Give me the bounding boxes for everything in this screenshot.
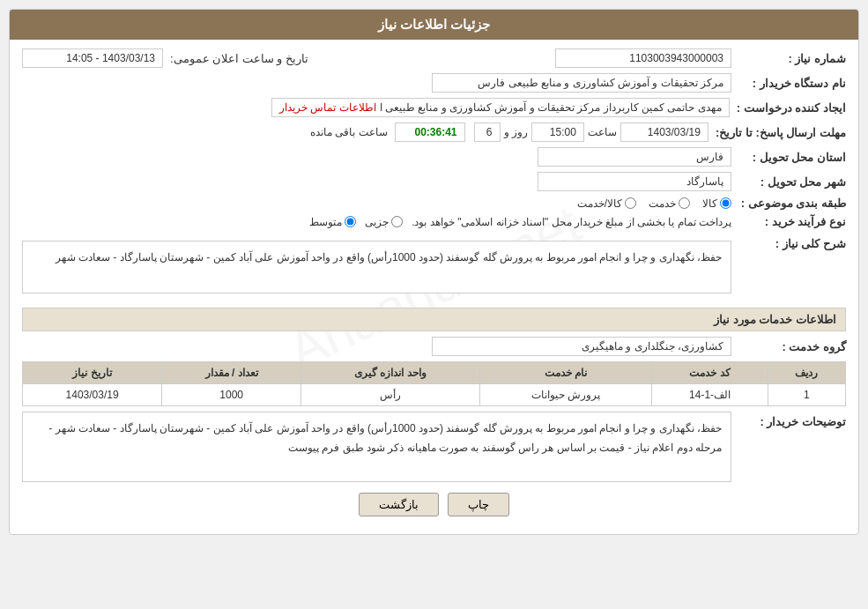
creator-contact-link[interactable]: اطلاعات تماس خریدار	[279, 101, 376, 114]
announce-label: تاریخ و ساعت اعلان عمومی:	[163, 52, 308, 65]
timer-label: ساعت باقی مانده	[310, 126, 388, 138]
send-date-row: مهلت ارسال پاسخ: تا تاریخ: 1403/03/19 سا…	[22, 123, 846, 142]
buyer-org-row: نام دستگاه خریدار : مرکز تحقیقات و آموزش…	[22, 73, 846, 93]
purchase-type-jozi[interactable]: جزیی	[365, 216, 403, 228]
col-quantity: تعداد / مقدار	[162, 362, 301, 384]
creator-label: ایجاد کننده درخواست :	[730, 101, 846, 115]
creator-value-box: مهدی حاتمی کمین کاربرداز مرکز تحقیقات و …	[271, 98, 730, 117]
col-unit: واحد اندازه گیری	[301, 362, 479, 384]
col-row-num: ردیف	[768, 362, 845, 384]
service-group-value: کشاورزی، جنگلداری و ماهیگیری	[432, 337, 731, 356]
footer-buttons: چاپ بازگشت	[22, 493, 846, 525]
buyer-notes-value: حفظ، نگهداری و چرا و انجام امور مربوط به…	[22, 412, 731, 482]
service-group-row: گروه خدمت : کشاورزی، جنگلداری و ماهیگیری	[22, 337, 846, 356]
city-label: شهر محل تحویل :	[731, 175, 846, 189]
purchase-type-motavaset[interactable]: متوسط	[309, 216, 356, 228]
city-row: شهر محل تحویل : پاسارگاد	[22, 172, 846, 191]
need-desc-label: شرح کلی نیاز :	[731, 234, 846, 250]
province-label: استان محل تحویل :	[731, 151, 846, 164]
buyer-notes-row: توضیحات خریدار : حفظ، نگهداری و چرا و ان…	[22, 412, 846, 482]
page-title: جزئیات اطلاعات نیاز	[10, 10, 858, 40]
back-button[interactable]: بازگشت	[359, 493, 439, 516]
need-number-value: 1103003943000003	[555, 48, 731, 68]
timer-value: 00:36:41	[395, 123, 465, 142]
buyer-org-label: نام دستگاه خریدار :	[731, 77, 846, 90]
need-number-label: شماره نیاز :	[731, 52, 846, 65]
purchase-type-label: نوع فرآیند خرید :	[731, 215, 846, 228]
services-table: ردیف کد خدمت نام خدمت واحد اندازه گیری ت…	[22, 361, 846, 406]
buyer-notes-label: توضیحات خریدار :	[731, 412, 846, 428]
purchase-type-options: متوسط جزیی پرداخت تمام یا بخشی از مبلغ خ…	[309, 216, 731, 228]
send-date-value: 1403/03/19	[620, 123, 708, 142]
creator-value: مهدی حاتمی کمین کاربرداز مرکز تحقیقات و …	[380, 101, 722, 114]
send-time-label: ساعت	[588, 126, 617, 138]
category-label: طبقه بندی موضوعی :	[731, 197, 846, 210]
city-value: پاسارگاد	[538, 172, 731, 191]
need-desc-row: شرح کلی نیاز : حفظ، نگهداری و چرا و انجا…	[22, 234, 846, 301]
announce-value: 1403/03/13 - 14:05	[22, 48, 163, 68]
purchase-note: پرداخت تمام یا بخشی از مبلغ خریدار محل "…	[412, 216, 731, 228]
print-button[interactable]: چاپ	[448, 493, 509, 516]
table-row: 1 الف-1-14 پرورش حیوانات رأس 1000 1403/0…	[23, 384, 846, 406]
col-code: کد خدمت	[652, 362, 768, 384]
cell-date: 1403/03/19	[23, 384, 162, 406]
creator-row: ایجاد کننده درخواست : مهدی حاتمی کمین کا…	[22, 98, 846, 117]
province-value: فارس	[538, 147, 731, 167]
cell-quantity: 1000	[162, 384, 301, 406]
table-header-row: ردیف کد خدمت نام خدمت واحد اندازه گیری ت…	[23, 362, 846, 384]
category-radio-group: کالا/خدمت خدمت کالا	[577, 197, 731, 210]
cell-name: پرورش حیوانات	[479, 384, 652, 406]
category-option-kala-khedmat[interactable]: کالا/خدمت	[577, 197, 636, 210]
send-time-value: 15:00	[531, 123, 584, 142]
need-desc-value: حفظ، نگهداری و چرا و انجام امور مربوط به…	[22, 241, 731, 293]
category-row: طبقه بندی موضوعی : کالا/خدمت خدمت کالا	[22, 197, 846, 210]
timer-container: 00:36:41 ساعت باقی مانده	[307, 123, 465, 142]
buyer-org-value: مرکز تحقیقات و آموزش کشاورزی و منابع طبی…	[432, 73, 731, 93]
service-group-label: گروه خدمت :	[731, 340, 846, 353]
send-day-value: 6	[474, 123, 501, 142]
col-name: نام خدمت	[479, 362, 652, 384]
need-number-row: شماره نیاز : 1103003943000003 تاریخ و سا…	[22, 48, 846, 68]
purchase-type-row: نوع فرآیند خرید : متوسط جزیی پرداخت تمام…	[22, 215, 846, 228]
cell-row-num: 1	[768, 384, 845, 406]
cell-unit: رأس	[301, 384, 479, 406]
cell-code: الف-1-14	[652, 384, 768, 406]
province-row: استان محل تحویل : فارس	[22, 147, 846, 167]
category-option-khedmat[interactable]: خدمت	[649, 197, 690, 210]
category-option-kala[interactable]: کالا	[702, 197, 731, 210]
send-day-label: روز و	[504, 126, 528, 138]
col-date: تاریخ نیاز	[23, 362, 162, 384]
send-date-label: مهلت ارسال پاسخ: تا تاریخ:	[708, 126, 846, 139]
services-section-header: اطلاعات خدمات مورد نیاز	[22, 308, 846, 331]
